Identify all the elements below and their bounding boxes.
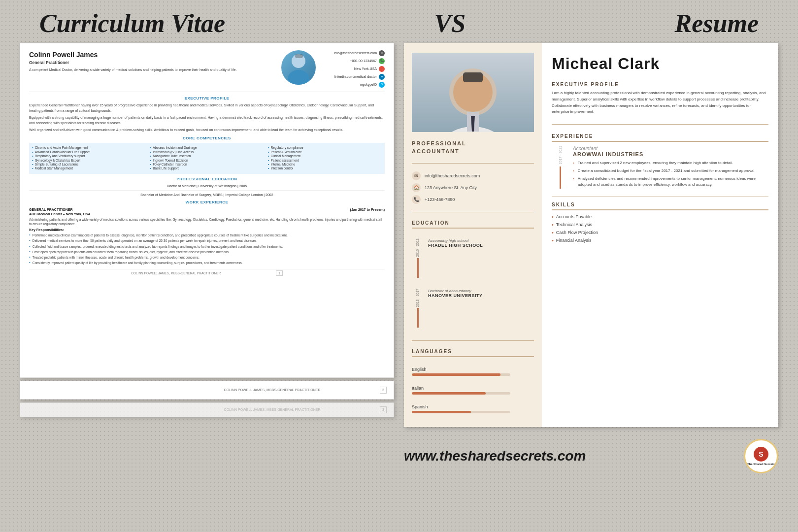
work-desc: Administering patients and offering a wi… [29,217,385,226]
skill-1: • Accounts Payable [552,214,768,220]
website-url: www.thesharedsecrets.com [404,448,586,464]
resume-skills-title: SKILLS [552,202,768,210]
resume-photo [412,53,534,132]
resume-email-icon: ✉ [412,171,421,180]
skill-2: • Technical Analysis [552,222,768,228]
cv-name: Colinn Powell James [29,50,276,59]
skill-4: • Financial Analysis [552,238,768,243]
resume-job-title: PROFESSIONAL ACCOUNTANT [412,140,534,155]
resume-two-col: EXPERIENCE 2017 - 2021 Accountant AROWWA… [552,133,768,246]
comp-item: •Nasogastric Tube Insertion [150,154,264,158]
svg-rect-2 [295,54,303,58]
comp-item: •Simple Suturing of Lacerations [32,163,146,166]
work-experience-title: WORK EXPERIENCE [29,200,385,205]
resp-1: Performed medical/clinical examinations … [33,233,288,237]
executive-profile-title: EXECUTIVE PROFILE [29,96,385,101]
svg-rect-9 [463,72,483,82]
cv-page2-num: 2 [380,387,387,393]
exp-bullet-1: Trained and supervised 2 new employees, … [578,160,733,166]
exp-bullet-3: Analyzed deficiencies and recommended im… [578,176,768,188]
resume-phone-icon: 📞 [412,195,421,204]
resume-exec-profile-title: EXECUTIVE PROFILE [552,82,768,87]
professional-education-title: PROFESSIONAL EDUCATION [29,177,385,182]
exp-role: Accountant [573,146,768,151]
comp-item: •Chronic and Acute Pain Management [32,146,146,150]
cv-page-3: COLINN POWELL JAMES, MBBS-GENERAL PRACTI… [20,402,394,417]
resume-experience-title: EXPERIENCE [552,133,768,142]
cv-page-2: COLINN POWELL JAMES, MBBS-GENERAL PRACTI… [20,381,394,399]
experience-col: EXPERIENCE 2017 - 2021 Accountant AROWWA… [552,133,768,246]
cv-bio: A competent Medical Doctor, delivering a… [29,67,276,72]
resume-heading: Resume [675,9,759,38]
resume-right-column: Micheal Clark EXECUTIVE PROFILE I am a h… [542,43,778,427]
comp-item: •Basic Life Support [150,166,264,170]
skype-icon: S [379,82,385,88]
cv-side: Colinn Powell James General Practitioner… [20,43,394,531]
cv-phone-text: +001 00 1234567 [350,59,377,63]
resume-name: Micheal Clark [552,55,768,73]
resume-page: PROFESSIONAL ACCOUNTANT ✉ info@theshared… [404,43,778,427]
linkedin-icon: in [379,74,385,80]
comp-item: •Intravenous (IV) Line Access [150,150,264,154]
cv-location-text: New York-USA [354,66,377,71]
executive-profile-text3: Well organized and self-driven with good… [29,128,385,133]
exp-bullet-2: Create a consolidated budget for the fis… [578,168,756,174]
logo-circle: S The Shared Secrets [744,439,778,473]
resume-phone: +123-456-7890 [425,197,455,202]
comp-item: •Patient assessment [268,159,382,163]
resp-4: Developed open rapport with patients and… [33,250,230,254]
cv-job-title: General Practitioner [29,60,276,66]
work-period: (Jan 2017 to Present) [350,207,385,212]
resume-address-icon: 🏠 [412,183,421,192]
logo-text: The Shared Secrets [747,463,775,466]
key-resp-label: Key Responsibilities: [29,228,385,232]
cv-heading: Curriculum Vitae [39,9,225,38]
cv-page3-footer: COLINN POWELL JAMES, MBBS-GENERAL PRACTI… [224,407,321,412]
email-icon: ✉ [379,50,385,56]
cv-contact: info@thesharedsecrets.com ✉ +001 00 1234… [321,50,385,88]
work-company: ABC Medical Center – New York, USA [29,212,385,216]
comp-item: •Infection control [268,166,382,170]
executive-profile-text2: Equipped with a strong capability of man… [29,115,385,126]
comp-item: •Patient & Wound care [268,150,382,154]
resume-email: info@thesharedsecrets.com [425,173,480,178]
exp-company: AROWWAI INDUSTRIES [573,151,768,157]
executive-profile-text: Experienced General Practitioner having … [29,103,385,113]
resume-exec-profile-text: I am a highly talented accounting profes… [552,90,768,115]
cv-page2-footer: COLINN POWELL JAMES, MBBS-GENERAL PRACTI… [224,388,321,392]
resume-languages-title: LANGUAGES [412,349,534,357]
comp-item: •Ingrown Toenail Excision [150,159,264,163]
cv-page3-num: 3 [380,406,387,413]
vs-heading: VS [434,9,466,38]
resp-2: Delivered medical services to more than … [33,238,257,243]
lang-english: English [412,367,534,376]
cv-photo [281,50,316,85]
resp-5: Treated pediatric patients with minor il… [33,255,200,260]
comp-item: •Advanced Cardiovascular Life Support [32,150,146,154]
resume-left-column: PROFESSIONAL ACCOUNTANT ✉ info@theshared… [404,43,542,427]
comp-item: •Regulatory compliance [268,146,382,150]
edu-item-1: Doctor of Medicine | University of Washi… [29,184,385,188]
logo-icon: S [754,447,768,462]
cv-page-num-1: 1 [276,270,283,276]
comp-item: •Respiratory and Ventilatory support [32,154,146,158]
skill-3: • Cash Flow Projection [552,230,768,235]
cv-linkedin-text: linkedin.com/medical-doctor [334,74,377,79]
resume-education-title: EDUCATION [412,220,534,229]
location-icon: 📍 [379,66,385,72]
resp-list: •Performed medical/clinical examinations… [29,233,385,265]
competencies-grid: •Chronic and Acute Pain Management •Adva… [29,143,385,174]
resume-side: PROFESSIONAL ACCOUNTANT ✉ info@theshared… [404,43,778,531]
comp-item: •Medical Staff Management [32,166,146,170]
bottom-bar: www.thesharedsecrets.com S The Shared Se… [404,431,778,473]
svg-point-1 [288,70,309,85]
cv-footer-text: COLINN POWELL JAMES, MBBS-GENERAL PRACTI… [131,271,221,275]
edu-item-2: Bachelor of Medicine And Bachelor of Sur… [29,193,385,197]
comp-item: •Foley Catheter Insertion [150,163,264,166]
resume-contact: ✉ info@thesharedsecrets.com 🏠 123 Anywhe… [412,171,534,204]
cv-skype-text: myskypeID [360,82,377,87]
comp-item: •Internal Medicine [268,163,382,166]
comp-item: •Clinical Management [268,154,382,158]
resume-address: 123 Anywhere St. Any City [425,185,477,190]
work-title: GENERAL PRACTITIONER [29,207,73,212]
